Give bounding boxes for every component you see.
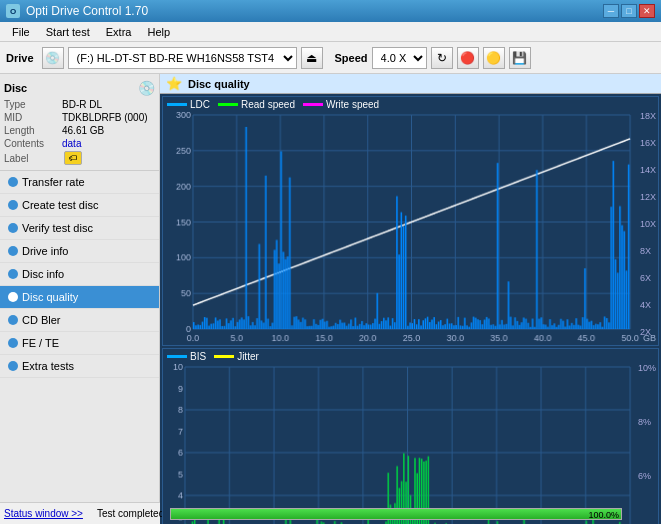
menu-help[interactable]: Help (139, 24, 178, 40)
sidebar-item-drive-info[interactable]: Drive info (0, 240, 159, 263)
nav-dot-drive-info (8, 246, 18, 256)
speed-select[interactable]: 4.0 X (372, 47, 427, 69)
legend-read: Read speed (218, 99, 295, 110)
minimize-button[interactable]: ─ (603, 4, 619, 18)
sidebar-label-verify-test-disc: Verify test disc (22, 222, 93, 234)
app-title: Opti Drive Control 1.70 (26, 4, 148, 18)
title-bar: O Opti Drive Control 1.70 ─ □ ✕ (0, 0, 661, 22)
save-button[interactable]: 💾 (509, 47, 531, 69)
menu-file[interactable]: File (4, 24, 38, 40)
disc-section-icon: 💿 (138, 80, 155, 96)
sidebar-label-extra-tests: Extra tests (22, 360, 74, 372)
eject-button[interactable]: ⏏ (301, 47, 323, 69)
disc-quality-header: ⭐ Disc quality (160, 74, 661, 94)
disc-length-label: Length (4, 125, 62, 136)
drive-select[interactable]: (F:) HL-DT-ST BD-RE WH16NS58 TST4 (68, 47, 297, 69)
legend-jitter: Jitter (214, 351, 259, 362)
content-area: ⭐ Disc quality LDC Read speed (160, 74, 661, 502)
legend-ldc-box (167, 103, 187, 106)
sidebar-item-disc-quality[interactable]: Disc quality (0, 286, 159, 309)
disc-label-icon[interactable]: 🏷 (64, 151, 82, 165)
disc-quality-icon: ⭐ (166, 76, 182, 91)
disc-mid-value: TDKBLDRFB (000) (62, 112, 148, 123)
sidebar-label-create-test-disc: Create test disc (22, 199, 98, 211)
sidebar-label-disc-quality: Disc quality (22, 291, 78, 303)
disc-type-value: BD-R DL (62, 99, 102, 110)
disc-section-title: Disc (4, 82, 27, 94)
disc-label-label: Label (4, 153, 62, 164)
sidebar-item-fe-te[interactable]: FE / TE (0, 332, 159, 355)
legend-read-box (218, 103, 238, 106)
nav-dot-verify-test-disc (8, 223, 18, 233)
sidebar-item-extra-tests[interactable]: Extra tests (0, 355, 159, 378)
status-window-button[interactable]: Status window >> (4, 508, 83, 519)
refresh-button[interactable]: ↻ (431, 47, 453, 69)
legend-bis: BIS (167, 351, 206, 362)
nav-dot-cd-bler (8, 315, 18, 325)
legend-ldc: LDC (167, 99, 210, 110)
sidebar-label-disc-info: Disc info (22, 268, 64, 280)
drive-icon-btn[interactable]: 💿 (42, 47, 64, 69)
ldc-chart (163, 97, 658, 345)
sidebar-item-transfer-rate[interactable]: Transfer rate (0, 171, 159, 194)
nav-dot-transfer-rate (8, 177, 18, 187)
sidebar-item-cd-bler[interactable]: CD Bler (0, 309, 159, 332)
menu-start-test[interactable]: Start test (38, 24, 98, 40)
disc-btn-2[interactable]: 🟡 (483, 47, 505, 69)
disc-contents-label: Contents (4, 138, 62, 149)
status-completed: Test completed (97, 508, 164, 519)
sidebar-item-verify-test-disc[interactable]: Verify test disc (0, 217, 159, 240)
progress-text: 100.0% (588, 509, 619, 521)
nav-dot-disc-quality (8, 292, 18, 302)
legend-write-box (303, 103, 323, 106)
legend-bis-box (167, 355, 187, 358)
disc-section: Disc 💿 Type BD-R DL MID TDKBLDRFB (000) … (0, 74, 159, 171)
main-area: Disc 💿 Type BD-R DL MID TDKBLDRFB (000) … (0, 74, 661, 502)
progress-bar (171, 509, 621, 519)
sidebar-label-cd-bler: CD Bler (22, 314, 61, 326)
legend-jitter-box (214, 355, 234, 358)
sidebar-label-transfer-rate: Transfer rate (22, 176, 85, 188)
disc-quality-title: Disc quality (188, 78, 250, 90)
sidebar-item-disc-info[interactable]: Disc info (0, 263, 159, 286)
nav-dot-fe-te (8, 338, 18, 348)
sidebar-label-fe-te: FE / TE (22, 337, 59, 349)
menu-bar: File Start test Extra Help (0, 22, 661, 42)
app-icon: O (6, 4, 20, 18)
drive-label: Drive (6, 52, 34, 64)
bis-jitter-chart (163, 349, 658, 524)
progress-container: 100.0% (170, 508, 622, 520)
nav-dot-create-test-disc (8, 200, 18, 210)
disc-btn-1[interactable]: 🔴 (457, 47, 479, 69)
disc-contents-value: data (62, 138, 81, 149)
legend-write: Write speed (303, 99, 379, 110)
disc-length-value: 46.61 GB (62, 125, 104, 136)
nav-dot-extra-tests (8, 361, 18, 371)
sidebar-item-create-test-disc[interactable]: Create test disc (0, 194, 159, 217)
speed-label: Speed (335, 52, 368, 64)
charts-area: LDC Read speed Write speed 18X 16X (160, 94, 661, 524)
close-button[interactable]: ✕ (639, 4, 655, 18)
sidebar: Disc 💿 Type BD-R DL MID TDKBLDRFB (000) … (0, 74, 160, 502)
disc-mid-label: MID (4, 112, 62, 123)
toolbar: Drive 💿 (F:) HL-DT-ST BD-RE WH16NS58 TST… (0, 42, 661, 74)
disc-type-label: Type (4, 99, 62, 110)
menu-extra[interactable]: Extra (98, 24, 140, 40)
nav-dot-disc-info (8, 269, 18, 279)
window-controls: ─ □ ✕ (603, 4, 655, 18)
maximize-button[interactable]: □ (621, 4, 637, 18)
sidebar-label-drive-info: Drive info (22, 245, 68, 257)
